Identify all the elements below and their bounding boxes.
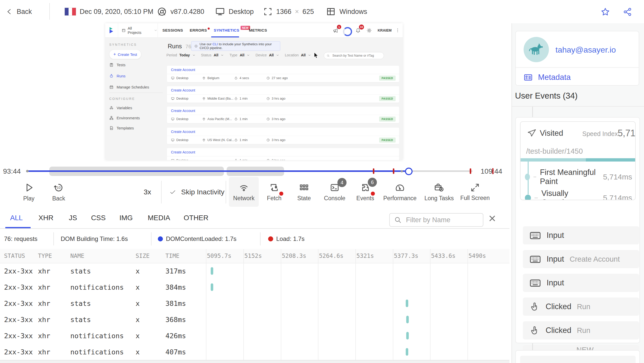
performance-panel-button[interactable]: Performance xyxy=(381,177,418,207)
run-card[interactable]: Create Account Desktop 1 min 3 hrs ago xyxy=(167,148,399,160)
network-request-row[interactable]: 2xx-3xxxhrnotificationsx384ms xyxy=(0,279,509,295)
visited-event-card[interactable]: Visited Speed Index 5,714 /test-builder/… xyxy=(520,121,636,200)
sidebar-item-environments[interactable]: Environments xyxy=(109,116,140,120)
metric-row: Visually Complete 5,714ms xyxy=(525,189,632,200)
timeline-scrubber[interactable] xyxy=(405,168,413,175)
user-event-input[interactable]: Input xyxy=(523,274,639,292)
filter-status[interactable]: StatusAll xyxy=(201,53,224,57)
network-request-row[interactable]: 2xx-3xxxhrstatsx368ms xyxy=(0,311,509,328)
event-marker[interactable] xyxy=(470,168,471,174)
event-marker[interactable] xyxy=(373,168,374,174)
fetch-panel-button[interactable]: Fetch xyxy=(262,177,287,207)
run-time-ago: 3 hrs ago xyxy=(266,115,285,123)
tab-sessions[interactable]: SESSIONS xyxy=(162,23,183,37)
loading-spinner-icon xyxy=(343,27,352,36)
sidebar-item-variables[interactable]: Variables xyxy=(109,106,132,110)
run-name[interactable]: Create Account xyxy=(171,86,195,94)
run-card[interactable]: Create Account Desktop US West (N. Cal..… xyxy=(167,128,399,144)
filter-by-name-input[interactable] xyxy=(405,216,477,224)
metric-dot-icon xyxy=(525,174,530,180)
speed-toggle[interactable]: 3x xyxy=(144,188,151,196)
network-panel-button-active[interactable]: Network xyxy=(229,177,259,207)
sidebar-item-runs-active[interactable]: Runs xyxy=(109,74,125,78)
monitor-icon xyxy=(171,117,175,121)
cli-link[interactable]: CLI xyxy=(212,42,218,46)
network-tab-css[interactable]: CSS xyxy=(91,207,106,229)
sidebar-item-templates[interactable]: Templates xyxy=(109,126,134,130)
filter-device[interactable]: DeviceAll xyxy=(255,53,279,57)
timeline-played-track[interactable] xyxy=(27,170,405,172)
banner-text: Use our CLI to include your Synthetics i… xyxy=(200,42,277,50)
filter-location[interactable]: LocationAll xyxy=(285,53,311,57)
metadata-button[interactable]: Metadata xyxy=(523,73,571,82)
events-panel-button[interactable]: Events 6 xyxy=(352,177,378,207)
network-tab-img[interactable]: IMG xyxy=(119,207,133,229)
state-panel-button[interactable]: State xyxy=(291,177,317,207)
network-request-row[interactable]: 2xx-3xxxhrstatsx317ms xyxy=(0,263,509,279)
sidebar-item-manage-schedules[interactable]: Manage Schedules xyxy=(109,85,149,89)
network-tab-other[interactable]: OTHER xyxy=(184,207,208,229)
full-screen-button[interactable]: Full Screen xyxy=(458,177,492,207)
run-card[interactable]: Create Account Desktop Asia Pacific (M..… xyxy=(167,107,399,123)
clock-icon xyxy=(266,159,270,160)
run-name[interactable]: Create Account xyxy=(171,107,195,115)
close-panel-icon[interactable] xyxy=(488,214,497,223)
user-event-input[interactable]: Input Create Account xyxy=(523,250,639,268)
sidebar-item-tests[interactable]: Tests xyxy=(109,63,125,67)
skip-inactivity-checkbox[interactable]: Skip Inactivity xyxy=(169,188,224,196)
network-tab-media[interactable]: MEDIA xyxy=(148,207,170,229)
resolution-height: 625 xyxy=(303,8,314,16)
network-request-row[interactable]: 2xx-3xxxhrnotificationsx407ms xyxy=(0,344,509,360)
share-icon[interactable] xyxy=(623,7,632,17)
back-10s-button[interactable]: 10 Back xyxy=(49,177,68,207)
create-test-button[interactable]: +Create Test xyxy=(109,50,141,59)
console-panel-button[interactable]: Console 4 xyxy=(321,177,349,207)
current-time: 93:44 xyxy=(3,167,21,175)
user-email-link[interactable]: tahay@asayer.io xyxy=(555,45,616,55)
run-card[interactable]: Create Account Desktop Middle East (Ba..… xyxy=(167,86,399,103)
run-device: Desktop xyxy=(171,115,188,123)
network-request-row[interactable]: 2xx-3xxxhrnotificationsx426ms xyxy=(0,328,509,344)
timeline-remaining-track[interactable] xyxy=(405,170,473,172)
filter-type[interactable]: TypeAll xyxy=(229,53,250,57)
tab-synthetics-active[interactable]: SYNTHETICSNEW xyxy=(214,23,250,37)
user-event-clicked[interactable]: Clicked Run xyxy=(523,298,639,316)
time-tick: 5433.6s xyxy=(431,253,456,259)
tab-metrics[interactable]: METRICS xyxy=(249,23,267,37)
run-name[interactable]: Create Account xyxy=(171,66,195,74)
filter-by-name-box[interactable] xyxy=(389,213,483,227)
load-time: Load: 1.7s xyxy=(268,229,305,249)
run-time-ago: 3 hrs ago xyxy=(266,136,285,144)
runs-search-input[interactable] xyxy=(332,54,381,58)
user-event-input[interactable]: Input xyxy=(523,226,639,244)
next-events-group-card xyxy=(515,350,640,363)
play-button[interactable]: Play xyxy=(19,177,38,207)
skip-inactivity-label: Skip Inactivity xyxy=(181,188,224,196)
kebab-menu-icon[interactable] xyxy=(395,28,400,33)
chevron-down-icon xyxy=(276,54,279,57)
divider xyxy=(516,67,639,68)
network-tab-all[interactable]: ALL xyxy=(10,207,23,229)
run-card[interactable]: Create Account Desktop Belgium 4 secs 27… xyxy=(167,66,399,82)
tab-errors[interactable]: ERRORS xyxy=(190,23,210,37)
run-name[interactable]: Create Account xyxy=(171,128,195,136)
filter-period[interactable]: PeriodToday xyxy=(166,53,196,57)
console-count-badge: 4 xyxy=(337,178,347,187)
horizontal-scrollbar[interactable] xyxy=(0,360,509,363)
event-marker[interactable] xyxy=(393,168,394,174)
progress-bar-left xyxy=(521,158,586,162)
network-tab-xhr[interactable]: XHR xyxy=(38,207,53,229)
runs-search[interactable] xyxy=(324,52,384,59)
project-selector[interactable]: All Projects xyxy=(118,23,158,37)
resolution-times: × xyxy=(295,8,299,16)
network-tab-js[interactable]: JS xyxy=(69,207,77,229)
back-button[interactable]: Back xyxy=(6,0,32,23)
settings-gear-icon[interactable] xyxy=(366,28,372,33)
sidebar-item-label: Variables xyxy=(117,106,132,110)
network-request-row[interactable]: 2xx-3xxxhrstatsx381ms xyxy=(0,295,509,311)
run-name[interactable]: Create Account xyxy=(171,148,195,156)
favorite-star-icon[interactable] xyxy=(600,7,610,17)
user-event-clicked[interactable]: Clicked Run xyxy=(523,321,639,339)
long-tasks-panel-button[interactable]: Long Tasks xyxy=(421,177,457,207)
user-menu[interactable]: KRAIEM xyxy=(378,28,392,32)
